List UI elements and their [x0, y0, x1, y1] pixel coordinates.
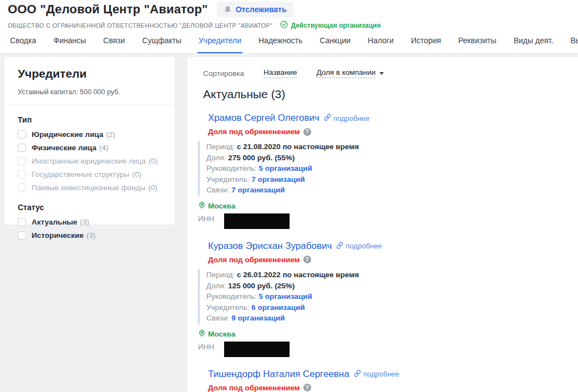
filter-investment-funds[interactable]: Паевые инвестиционные фонды (0) [18, 184, 161, 192]
manager-orgs-link[interactable]: 5 организаций [259, 164, 312, 172]
founder-name-link[interactable]: Тишендорф Наталия Сергеевна [208, 369, 349, 380]
tab-nalogi[interactable]: Налоги [367, 30, 395, 53]
tab-vypiska[interactable]: Вып [569, 30, 578, 53]
city-row: Москва [198, 329, 562, 339]
founder-details: Период: с 26.01.2022 по настоящее время … [198, 269, 562, 324]
tab-istoriya[interactable]: История [410, 30, 442, 53]
filter-individuals[interactable]: Физические лица (4) [18, 144, 161, 152]
sort-bar: Сортировка Название Доля в компании [203, 68, 562, 78]
tab-sankcii[interactable]: Санкции [318, 30, 352, 53]
filter-foreign-entities[interactable]: Иностранные юридические лица (0) [18, 157, 161, 165]
filter-legal-entities[interactable]: Юридические лица (2) [18, 130, 161, 139]
founder-orgs-link[interactable]: 7 организаций [251, 175, 305, 184]
location-pin-icon [198, 329, 206, 339]
founder-name-link[interactable]: Куразов Эрисхан Зурабович [208, 241, 332, 252]
info-icon[interactable]: ? [303, 128, 311, 136]
tab-rekvizity[interactable]: Реквизиты [457, 30, 498, 53]
page-title: ООО "Деловой Центр "Авиатор" [8, 2, 208, 17]
tab-nadezhnost[interactable]: Надежность [257, 30, 303, 53]
chevron-down-icon [379, 72, 384, 75]
bell-icon [224, 6, 232, 14]
details-link[interactable]: подробнее [336, 242, 382, 251]
inn-row: ИНН [198, 213, 562, 229]
checkbox[interactable] [18, 170, 26, 179]
connections-link[interactable]: 7 организаций [231, 186, 285, 194]
link-icon [354, 370, 361, 379]
info-icon[interactable]: ? [303, 256, 311, 263]
filter-status-heading: Статус [18, 203, 161, 212]
info-icon[interactable]: ? [303, 384, 311, 391]
filter-type-heading: Тип [18, 115, 161, 124]
encumbrance-warning: Доля под обременением [208, 384, 300, 392]
checkbox[interactable] [18, 231, 26, 240]
founders-content: Сортировка Название Доля в компании Акту… [187, 57, 578, 392]
location-pin-icon [198, 201, 206, 211]
checkbox[interactable] [18, 157, 26, 165]
sort-by-name[interactable]: Название [263, 68, 297, 78]
inn-row: ИНН [198, 342, 562, 357]
tab-svodka[interactable]: Сводка [9, 30, 37, 53]
checkbox[interactable] [18, 130, 26, 139]
page: ООО "Деловой Центр "Авиатор" Отслеживать… [0, 0, 578, 392]
link-icon [336, 242, 343, 251]
founder-card: Тишендорф Наталия Сергеевна подробнее До… [198, 369, 562, 392]
company-header: ООО "Деловой Центр "Авиатор" Отслеживать… [0, 0, 578, 54]
details-link[interactable]: подробнее [354, 370, 399, 379]
redacted-inn [224, 213, 290, 229]
manager-orgs-link[interactable]: 5 организаций [259, 292, 312, 301]
divider [4, 105, 175, 105]
charter-capital: Уставный капитал: 500 000 руб. [18, 88, 161, 96]
filter-state-structures[interactable]: Государственные структуры (0) [18, 170, 161, 179]
status-badge: Действующая организация [280, 21, 381, 30]
link-icon [324, 114, 331, 123]
tab-uchrediteli[interactable]: Учредители [197, 30, 242, 53]
checkbox[interactable] [18, 218, 26, 226]
section-title: Актуальные (3) [203, 88, 562, 101]
city-row: Москва [198, 201, 562, 211]
connections-link[interactable]: 9 организаций [231, 314, 285, 322]
sort-by-share[interactable]: Доля в компании [316, 68, 384, 78]
tab-svyazi[interactable]: Связи [102, 30, 126, 53]
founder-name-link[interactable]: Храмов Сергей Олегович [208, 113, 320, 124]
founder-card: Храмов Сергей Олегович подробнее Доля по… [198, 113, 562, 229]
founder-details: Период: с 21.08.2020 по настоящее время … [198, 141, 562, 196]
sort-label: Сортировка [203, 69, 244, 78]
company-full-name: ОБЩЕСТВО С ОГРАНИЧЕННОЙ ОТВЕТСТВЕННОСТЬЮ… [8, 22, 272, 29]
founder-card: Куразов Эрисхан Зурабович подробнее Доля… [198, 241, 562, 357]
encumbrance-warning: Доля под обременением [208, 256, 300, 264]
status-badge-label: Действующая организация [291, 22, 381, 29]
filter-historical[interactable]: Исторические (3) [18, 231, 161, 240]
checkbox[interactable] [18, 144, 26, 152]
filters-sidebar: Учредители Уставный капитал: 500 000 руб… [4, 57, 175, 225]
company-tabs: Сводка Финансы Связи Сущфакты Учредители… [9, 30, 578, 53]
tab-sushchfakty[interactable]: Сущфакты [141, 30, 182, 53]
filter-actual[interactable]: Актуальные (3) [18, 218, 161, 226]
check-circle-icon [280, 21, 288, 30]
tab-vidy-deyat[interactable]: Виды деят. [513, 30, 555, 53]
tab-finansy[interactable]: Финансы [52, 30, 87, 53]
checkbox[interactable] [18, 184, 26, 192]
details-link[interactable]: подробнее [324, 114, 369, 123]
founder-orgs-link[interactable]: 6 организаций [251, 303, 305, 312]
follow-button[interactable]: Отслеживать [217, 2, 293, 17]
follow-button-label: Отслеживать [236, 5, 287, 14]
sidebar-title: Учредители [18, 67, 161, 80]
encumbrance-warning: Доля под обременением [208, 128, 300, 136]
redacted-inn [224, 342, 290, 357]
